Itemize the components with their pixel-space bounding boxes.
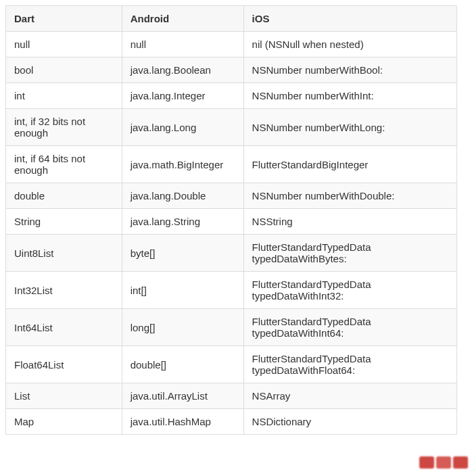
cell-android: byte[]: [122, 235, 243, 272]
table-row: Map java.util.HashMap NSDictionary: [6, 409, 457, 435]
cell-android: java.math.BigInteger: [122, 146, 243, 183]
type-mapping-table: Dart Android iOS null null nil (NSNull w…: [5, 5, 457, 435]
table-row: int, if 32 bits not enough java.lang.Lon…: [6, 109, 457, 146]
cell-ios: NSString: [243, 209, 456, 235]
table-row: int, if 64 bits not enough java.math.Big…: [6, 146, 457, 183]
cell-android: int[]: [122, 272, 243, 309]
cell-android: java.lang.Boolean: [122, 57, 243, 83]
cell-android: java.lang.Long: [122, 109, 243, 146]
cell-dart: Map: [6, 409, 122, 435]
table-row: double java.lang.Double NSNumber numberW…: [6, 183, 457, 209]
cell-dart: Int64List: [6, 309, 122, 346]
header-ios: iOS: [243, 6, 456, 32]
cell-android: java.lang.String: [122, 209, 243, 235]
table-row: bool java.lang.Boolean NSNumber numberWi…: [6, 57, 457, 83]
cell-dart: double: [6, 183, 122, 209]
header-android: Android: [122, 6, 243, 32]
cell-ios: FlutterStandardTypedData typedDataWithBy…: [243, 235, 456, 272]
cell-ios: FlutterStandardBigInteger: [243, 146, 456, 183]
cell-android: java.util.HashMap: [122, 409, 243, 435]
cell-dart: Float64List: [6, 346, 122, 383]
table-header-row: Dart Android iOS: [6, 6, 457, 32]
cell-dart: int: [6, 83, 122, 109]
cell-android: java.util.ArrayList: [122, 383, 243, 409]
table-row: Int64List long[] FlutterStandardTypedDat…: [6, 309, 457, 346]
cell-ios: FlutterStandardTypedData typedDataWithIn…: [243, 309, 456, 346]
cell-ios: NSDictionary: [243, 409, 456, 435]
cell-android: long[]: [122, 309, 243, 346]
cell-ios: nil (NSNull when nested): [243, 32, 456, 57]
cell-ios: NSNumber numberWithBool:: [243, 57, 456, 83]
table-row: Int32List int[] FlutterStandardTypedData…: [6, 272, 457, 309]
table-row: String java.lang.String NSString: [6, 209, 457, 235]
table-row: int java.lang.Integer NSNumber numberWit…: [6, 83, 457, 109]
table-row: Uint8List byte[] FlutterStandardTypedDat…: [6, 235, 457, 272]
cell-dart: int, if 64 bits not enough: [6, 146, 122, 183]
cell-ios: NSNumber numberWithDouble:: [243, 183, 456, 209]
cell-dart: List: [6, 383, 122, 409]
cell-dart: String: [6, 209, 122, 235]
cell-android: java.lang.Integer: [122, 83, 243, 109]
cell-android: null: [122, 32, 243, 57]
cell-dart: int, if 32 bits not enough: [6, 109, 122, 146]
cell-android: java.lang.Double: [122, 183, 243, 209]
cell-ios: FlutterStandardTypedData typedDataWithFl…: [243, 346, 456, 383]
cell-ios: NSNumber numberWithLong:: [243, 109, 456, 146]
cell-dart: Int32List: [6, 272, 122, 309]
cell-dart: null: [6, 32, 122, 57]
cell-ios: NSNumber numberWithInt:: [243, 83, 456, 109]
header-dart: Dart: [6, 6, 122, 32]
cell-ios: NSArray: [243, 383, 456, 409]
cell-ios: FlutterStandardTypedData typedDataWithIn…: [243, 272, 456, 309]
cell-dart: bool: [6, 57, 122, 83]
table-row: null null nil (NSNull when nested): [6, 32, 457, 57]
cell-dart: Uint8List: [6, 235, 122, 272]
cell-android: double[]: [122, 346, 243, 383]
table-row: List java.util.ArrayList NSArray: [6, 383, 457, 409]
table-row: Float64List double[] FlutterStandardType…: [6, 346, 457, 383]
